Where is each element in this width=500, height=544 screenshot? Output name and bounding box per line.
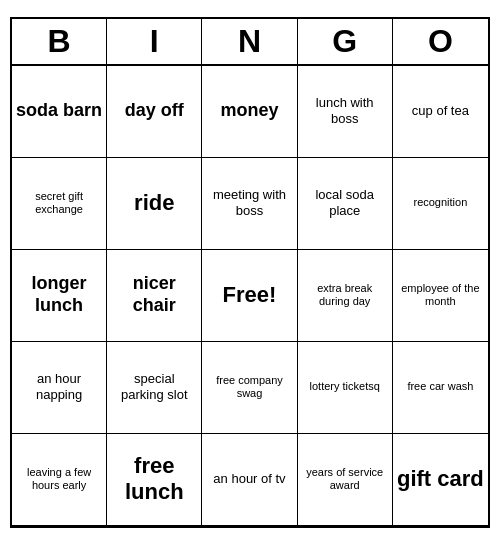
- bingo-cell: extra break during day: [298, 250, 393, 342]
- bingo-cell: secret gift exchange: [12, 158, 107, 250]
- bingo-cell: soda barn: [12, 66, 107, 158]
- bingo-cell: employee of the month: [393, 250, 488, 342]
- bingo-cell: nicer chair: [107, 250, 202, 342]
- bingo-header: BINGO: [12, 19, 488, 66]
- bingo-header-letter: I: [107, 19, 202, 64]
- bingo-cell: local soda place: [298, 158, 393, 250]
- bingo-cell: money: [202, 66, 297, 158]
- bingo-cell: an hour of tv: [202, 434, 297, 526]
- bingo-header-letter: O: [393, 19, 488, 64]
- bingo-cell: meeting with boss: [202, 158, 297, 250]
- bingo-cell: years of service award: [298, 434, 393, 526]
- bingo-grid: soda barnday offmoneylunch with bosscup …: [12, 66, 488, 526]
- bingo-cell: lottery ticketsq: [298, 342, 393, 434]
- bingo-cell: free car wash: [393, 342, 488, 434]
- bingo-cell: day off: [107, 66, 202, 158]
- bingo-cell: lunch with boss: [298, 66, 393, 158]
- bingo-cell: gift card: [393, 434, 488, 526]
- bingo-cell: ride: [107, 158, 202, 250]
- bingo-cell: Free!: [202, 250, 297, 342]
- bingo-cell: free company swag: [202, 342, 297, 434]
- bingo-cell: longer lunch: [12, 250, 107, 342]
- bingo-cell: leaving a few hours early: [12, 434, 107, 526]
- bingo-cell: free lunch: [107, 434, 202, 526]
- bingo-cell: cup of tea: [393, 66, 488, 158]
- bingo-header-letter: G: [298, 19, 393, 64]
- bingo-cell: recognition: [393, 158, 488, 250]
- bingo-header-letter: N: [202, 19, 297, 64]
- bingo-cell: special parking slot: [107, 342, 202, 434]
- bingo-header-letter: B: [12, 19, 107, 64]
- bingo-cell: an hour napping: [12, 342, 107, 434]
- bingo-card: BINGO soda barnday offmoneylunch with bo…: [10, 17, 490, 528]
